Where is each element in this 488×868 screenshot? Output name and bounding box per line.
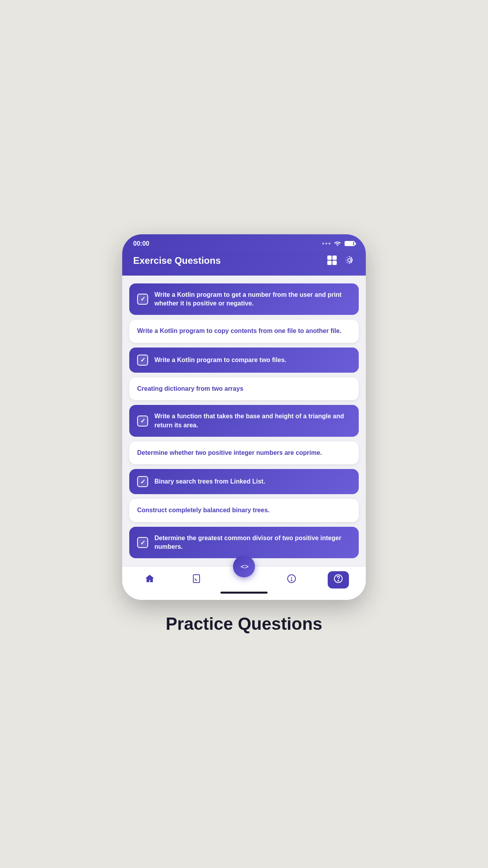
alert-circle-icon [286,574,297,586]
checkmark-icon: ✓ [140,295,145,303]
svg-point-10 [338,580,339,581]
question-text: Construct completely balanced binary tre… [137,506,270,515]
checkbox-checked: ✓ [137,355,148,366]
signal-dot-3 [328,243,330,245]
signal-dot-1 [322,243,324,245]
grid-icon [327,255,338,266]
page-title: Practice Questions [166,614,323,634]
question-item[interactable]: ✓ Determine the greatest common divisor … [129,527,359,559]
question-text: Creating dictionary from two arrays [137,384,243,393]
battery-fill [345,242,353,245]
svg-rect-1 [332,256,337,260]
battery-icon [345,241,355,246]
signal-dots [322,243,330,245]
question-item[interactable]: Construct completely balanced binary tre… [129,499,359,522]
code-file-icon [191,574,202,586]
question-text: Binary search trees from Linked List. [154,477,265,486]
checkbox-checked: ✓ [137,294,148,305]
question-text: Write a Kotlin program to get a number f… [154,291,351,308]
nav-item-help[interactable] [328,571,349,588]
wifi-icon [334,240,341,248]
svg-text:<>: <> [240,562,248,570]
settings-icon-button[interactable] [344,255,355,267]
svg-rect-0 [327,256,332,260]
checkbox-checked: ✓ [137,416,148,427]
checkmark-icon: ✓ [140,417,145,425]
nav-item-alert[interactable] [281,571,302,588]
bottom-nav-container: <> [122,566,366,600]
question-item[interactable]: Determine whether two positive integer n… [129,441,359,464]
svg-rect-5 [193,575,200,583]
question-item[interactable]: ✓ Write a Kotlin program to get a number… [129,283,359,315]
signal-dot-2 [325,243,327,245]
status-time: 00:00 [133,240,149,247]
question-text: Determine the greatest common divisor of… [154,534,351,552]
nav-item-home[interactable] [139,571,160,588]
checkmark-icon: ✓ [140,539,145,546]
grid-icon-button[interactable] [327,255,338,267]
question-text: Determine whether two positive integer n… [137,449,322,457]
fab-code-button[interactable]: <> [233,555,255,577]
questions-list: ✓ Write a Kotlin program to get a number… [122,276,366,566]
question-item[interactable]: Write a Kotlin program to copy contents … [129,320,359,342]
question-item[interactable]: ✓ Binary search trees from Linked List. [129,469,359,494]
header-title: Exercise Questions [133,255,221,266]
nav-item-code[interactable] [186,571,207,588]
app-header: Exercise Questions [122,251,366,276]
checkbox-checked: ✓ [137,537,148,548]
question-item[interactable]: Creating dictionary from two arrays [129,377,359,400]
question-text: Write a Kotlin program to compare two fi… [154,356,286,364]
checkbox-checked: ✓ [137,476,148,487]
header-icons [327,255,355,267]
checkmark-icon: ✓ [140,478,145,485]
gear-icon [344,255,355,266]
svg-rect-3 [332,261,337,265]
phone-frame: 00:00 Exercise Questions [122,234,366,600]
svg-rect-2 [327,261,332,265]
status-icons [322,240,355,248]
home-indicator [220,592,268,594]
home-icon [145,574,155,586]
question-item[interactable]: ✓ Write a function that takes the base a… [129,405,359,437]
checkmark-icon: ✓ [140,356,145,364]
question-circle-icon [333,574,343,586]
code-brackets-icon: <> [240,562,248,571]
svg-point-8 [291,580,292,581]
question-item[interactable]: ✓ Write a Kotlin program to compare two … [129,348,359,373]
question-text: Write a Kotlin program to copy contents … [137,327,341,335]
status-bar: 00:00 [122,234,366,251]
question-text: Write a function that takes the base and… [154,412,351,430]
